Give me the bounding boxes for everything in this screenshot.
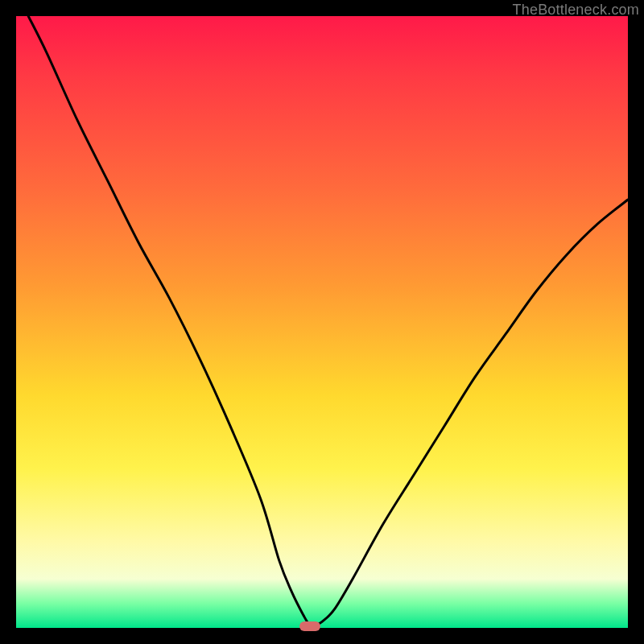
optimal-marker (299, 621, 320, 631)
watermark-text: TheBottleneck.com (513, 2, 639, 19)
bottleneck-curve (16, 16, 628, 628)
chart-frame: TheBottleneck.com (0, 0, 644, 644)
plot-area (16, 16, 628, 628)
